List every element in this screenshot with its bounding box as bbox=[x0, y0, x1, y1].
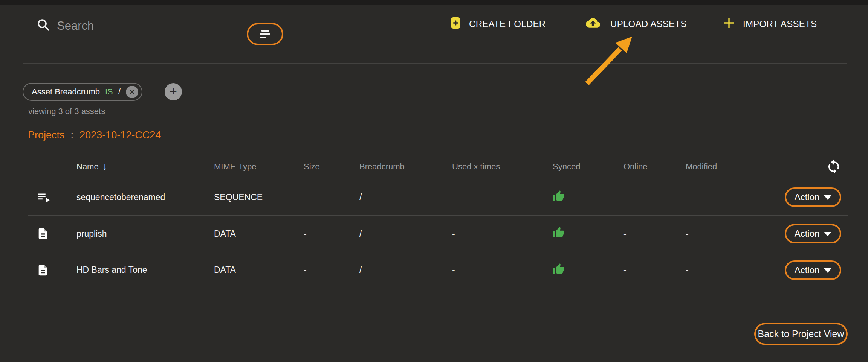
column-header-online[interactable]: Online bbox=[623, 162, 686, 172]
cell-name: pruplish bbox=[76, 229, 214, 239]
cell-size: - bbox=[304, 192, 359, 202]
column-header-breadcrumb[interactable]: Breadcrumb bbox=[359, 162, 452, 172]
column-header-synced[interactable]: Synced bbox=[553, 162, 623, 172]
action-menu-button[interactable]: Action bbox=[785, 260, 841, 280]
cell-online: - bbox=[623, 229, 686, 239]
asset-manager-screen: CREATE FOLDER UPLOAD ASSETS IMPORT ASSET… bbox=[0, 0, 868, 362]
cell-used-x-times: - bbox=[452, 229, 553, 239]
refresh-icon bbox=[826, 159, 842, 175]
table-row[interactable]: HD Bars and Tone DATA - / - - - Action bbox=[28, 252, 848, 288]
add-filter-button[interactable]: + bbox=[165, 83, 182, 100]
cell-online: - bbox=[623, 265, 686, 275]
upload-assets-label: UPLOAD ASSETS bbox=[610, 19, 687, 29]
filter-chip-remove-button[interactable]: ✕ bbox=[126, 86, 138, 98]
cell-synced bbox=[553, 190, 623, 204]
cell-mime-type: DATA bbox=[214, 229, 304, 239]
column-header-name[interactable]: Name ↓ bbox=[76, 161, 214, 172]
plus-icon bbox=[723, 17, 735, 31]
back-to-project-view-button[interactable]: Back to Project View bbox=[754, 323, 848, 345]
asset-table: Name ↓ MIME-Type Size Breadcrumb Used x … bbox=[28, 154, 848, 288]
column-header-size[interactable]: Size bbox=[304, 162, 359, 172]
table-row[interactable]: pruplish DATA - / - - - Action bbox=[28, 215, 848, 252]
cell-breadcrumb: / bbox=[359, 265, 452, 275]
document-icon bbox=[28, 227, 76, 241]
cell-online: - bbox=[623, 192, 686, 202]
cell-synced bbox=[553, 227, 623, 241]
refresh-button[interactable] bbox=[826, 159, 842, 175]
cell-modified: - bbox=[686, 229, 776, 239]
thumbs-up-icon bbox=[553, 263, 565, 275]
filter-chip-value: / bbox=[118, 87, 121, 97]
create-folder-button[interactable]: CREATE FOLDER bbox=[451, 16, 546, 32]
sequence-icon bbox=[28, 190, 76, 204]
document-icon bbox=[28, 263, 76, 277]
create-folder-label: CREATE FOLDER bbox=[469, 19, 546, 29]
toolbar-divider bbox=[23, 63, 847, 64]
cell-breadcrumb: / bbox=[359, 229, 452, 239]
table-header-row: Name ↓ MIME-Type Size Breadcrumb Used x … bbox=[28, 154, 848, 179]
search-icon bbox=[37, 18, 51, 34]
chevron-down-icon bbox=[824, 268, 831, 273]
plus-icon: + bbox=[170, 85, 177, 97]
cell-used-x-times: - bbox=[452, 192, 553, 202]
action-menu-button[interactable]: Action bbox=[785, 187, 841, 207]
cell-size: - bbox=[304, 229, 359, 239]
chevron-down-icon bbox=[824, 195, 831, 200]
window-top-strip bbox=[0, 0, 868, 5]
column-header-mime-type[interactable]: MIME-Type bbox=[214, 162, 304, 172]
cell-size: - bbox=[304, 265, 359, 275]
breadcrumb-separator: : bbox=[71, 129, 74, 141]
column-header-modified[interactable]: Modified bbox=[686, 162, 776, 172]
cell-mime-type: DATA bbox=[214, 265, 304, 275]
filter-options-button[interactable] bbox=[247, 23, 283, 45]
search-field-wrap bbox=[37, 14, 231, 38]
sort-desc-icon: ↓ bbox=[102, 161, 107, 172]
filter-lines-icon bbox=[260, 30, 270, 38]
upload-pointer-arrow bbox=[573, 30, 640, 90]
filter-chip-operator: IS bbox=[105, 87, 113, 97]
table-row[interactable]: sequencetoberenamed SEQUENCE - / - - - A… bbox=[28, 179, 848, 215]
import-assets-label: IMPORT ASSETS bbox=[743, 19, 817, 29]
filter-chip-field: Asset Breadcrumb bbox=[32, 87, 100, 97]
thumbs-up-icon bbox=[553, 190, 565, 202]
chevron-down-icon bbox=[824, 232, 831, 236]
breadcrumb-current-project-link[interactable]: 2023-10-12-CC24 bbox=[79, 129, 161, 141]
breadcrumb: Projects : 2023-10-12-CC24 bbox=[28, 129, 161, 141]
close-icon: ✕ bbox=[129, 88, 135, 96]
cell-modified: - bbox=[686, 265, 776, 275]
action-menu-button[interactable]: Action bbox=[785, 224, 841, 243]
breadcrumb-projects-link[interactable]: Projects bbox=[28, 129, 65, 141]
import-assets-button[interactable]: IMPORT ASSETS bbox=[723, 16, 817, 32]
cell-breadcrumb: / bbox=[359, 192, 452, 202]
cell-name: HD Bars and Tone bbox=[76, 265, 214, 275]
asset-count-summary: viewing 3 of 3 assets bbox=[28, 106, 105, 116]
cell-modified: - bbox=[686, 192, 776, 202]
cell-name: sequencetoberenamed bbox=[76, 192, 214, 202]
thumbs-up-icon bbox=[553, 227, 565, 239]
cell-used-x-times: - bbox=[452, 265, 553, 275]
cell-mime-type: SEQUENCE bbox=[214, 192, 304, 202]
filter-chip-asset-breadcrumb[interactable]: Asset Breadcrumb IS / ✕ bbox=[23, 83, 142, 101]
search-input[interactable] bbox=[57, 19, 231, 33]
folder-plus-icon bbox=[451, 17, 461, 31]
cell-synced bbox=[553, 263, 623, 277]
column-header-used-x-times[interactable]: Used x times bbox=[452, 162, 553, 172]
